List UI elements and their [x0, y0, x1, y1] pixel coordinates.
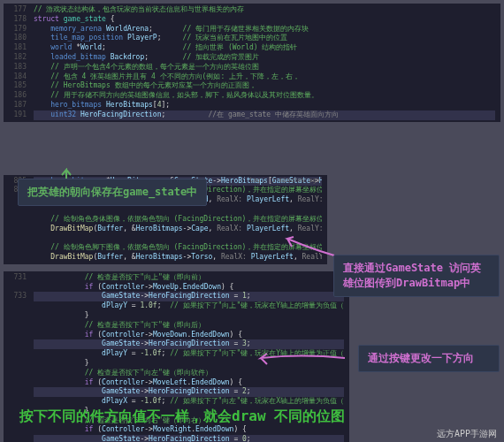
bottom-caption: 按下不同的件方向值不一样，就会draw 不同的位图	[19, 408, 345, 426]
line-number	[9, 283, 34, 293]
code-content[interactable]: GameState->HeroFacingDirection = 1;	[34, 292, 344, 301]
code-line[interactable]: 179 memory_arena WorldArena; // 每门用于存储世界…	[9, 25, 495, 34]
line-number	[9, 215, 34, 225]
code-line[interactable]: GameState->HeroFacingDirection = 0;	[9, 435, 344, 442]
line-number	[9, 205, 34, 215]
line-number: 731	[9, 273, 34, 283]
code-content[interactable]: // 包含 4 张英雄图片并且有 4 个不同的方向(例如: 上升，下降，左，右，	[34, 72, 495, 82]
code-content[interactable]: // 检查是否按下"向下"键（即向后）	[34, 321, 344, 331]
code-content[interactable]: loaded_bitmap Backdrop; // 加载完成的背景图片	[34, 53, 495, 63]
code-content[interactable]: }	[34, 311, 344, 321]
code-line[interactable]: 185 // HeroBitmaps 数组中的每个元素对应某一个方向的正面图，	[9, 81, 495, 91]
code-content[interactable]: if (Controller->MoveUp.EndedDown) {	[34, 283, 344, 293]
code-line[interactable]: 183 // 声明一个包含4个元素的数组，每个元素是一个方向的英雄位图	[9, 63, 495, 72]
code-line[interactable]: 178struct game_state {	[9, 15, 495, 25]
code-content[interactable]: DrawBitMap(Buffer, &HeroBitmaps->Cape, R…	[34, 225, 322, 234]
code-line[interactable]: 191 uint32 HeroFacingDirection; //在 game…	[9, 110, 495, 120]
code-line[interactable]: dPlayY = 1.0f; // 如果按下了"向上"键，玩家在Y轴上的增量为负…	[9, 301, 344, 311]
code-line[interactable]: }	[9, 311, 344, 321]
code-line[interactable]	[9, 205, 322, 215]
code-content[interactable]: // 检查是否按下"向上"键（即向前）	[34, 273, 344, 283]
code-content[interactable]: world *World; // 指向世界 (World) 结构的指针	[34, 43, 495, 53]
code-line[interactable]: 181 world *World; // 指向世界 (World) 结构的指针	[9, 43, 495, 53]
code-block-struct[interactable]: 177// 游戏状态结构体，包含玩家的当前状态信息和与世界相关的内存178str…	[4, 4, 500, 122]
code-line[interactable]: 733 GameState->HeroFacingDirection = 1;	[9, 292, 344, 301]
code-content[interactable]: if (Controller->MoveLeft.EndedDown) {	[34, 378, 344, 388]
code-content[interactable]: if (Controller->MoveRight.EndedDown) {	[34, 425, 344, 435]
annotation-2: 直接通过GameState 访问英雄位图传到DrawBitmap中	[333, 255, 500, 297]
line-number	[9, 425, 34, 435]
code-line[interactable]: DrawBitMap(Buffer, &HeroBitmaps->Cape, R…	[9, 225, 322, 234]
code-line[interactable]: 177// 游戏状态结构体，包含玩家的当前状态信息和与世界相关的内存	[9, 5, 495, 15]
line-number	[9, 225, 34, 234]
line-number: 187	[9, 101, 34, 110]
line-number	[9, 369, 34, 378]
code-line[interactable]: 187 hero_bitmaps HeroBitmaps[4];	[9, 101, 495, 110]
code-line[interactable]: 184 // 包含 4 张英雄图片并且有 4 个不同的方向(例如: 上升，下降，…	[9, 72, 495, 82]
code-content[interactable]: uint32 HeroFacingDirection; //在 game_sta…	[34, 110, 495, 120]
code-content[interactable]: dPlayY = 1.0f; // 如果按下了"向上"键，玩家在Y轴上的增量为负…	[34, 301, 344, 311]
code-line[interactable]	[9, 233, 322, 243]
line-number: 191	[9, 110, 34, 120]
line-number	[9, 339, 34, 349]
code-content[interactable]: // 声明一个包含4个元素的数组，每个元素是一个方向的英雄位图	[34, 63, 495, 72]
code-content[interactable]: // 绘制角色脚下图像，依据角色朝向 (FacingDirection)，并在指…	[34, 243, 322, 253]
code-content[interactable]	[34, 205, 322, 215]
line-number	[9, 397, 34, 407]
line-number: 183	[9, 63, 34, 72]
line-number: 178	[9, 15, 34, 25]
line-number: 182	[9, 53, 34, 63]
code-content[interactable]: DrawBitMap(Buffer, &HeroBitmaps->Torso, …	[34, 253, 322, 263]
code-content[interactable]: if (Controller->MoveDown.EndedDown) {	[34, 331, 344, 340]
line-number	[9, 435, 34, 442]
code-content[interactable]: dPlayX = -1.0f; // 如果按下了"向左"键，玩家在X轴上的增量为…	[34, 397, 344, 407]
code-content[interactable]: GameState->HeroFacingDirection = 2;	[34, 387, 344, 397]
line-number	[9, 387, 34, 397]
line-number: 177	[9, 5, 34, 15]
code-content[interactable]	[34, 233, 322, 243]
code-line[interactable]: // 绘制角色身体图像，依据角色朝向 (FacingDirection)，并在指…	[9, 215, 322, 225]
code-content[interactable]: tile_map_position PlayerP; // 玩家当前在瓦片地图中…	[34, 34, 495, 43]
line-number	[9, 233, 34, 243]
code-line[interactable]: 186 // 用于存储不同方向的英雄图像信息，如头部，脚下，贴风身体以及其对位图…	[9, 91, 495, 101]
line-number: 184	[9, 72, 34, 82]
time-label: log., 1 minutes ago	[249, 177, 320, 185]
code-content[interactable]: GameState->HeroFacingDirection = 0;	[34, 435, 344, 442]
code-line[interactable]: 731 // 检查是否按下"向上"键（即向前）	[9, 273, 344, 283]
line-number	[9, 378, 34, 388]
code-content[interactable]: hero_bitmaps HeroBitmaps[4];	[34, 101, 495, 110]
watermark: 远方APP手游网	[437, 428, 497, 440]
line-number	[9, 331, 34, 340]
code-line[interactable]: if (Controller->MoveDown.EndedDown) {	[9, 331, 344, 340]
code-content[interactable]: memory_arena WorldArena; // 每门用于存储世界相关数据…	[34, 25, 495, 34]
line-number	[9, 301, 34, 311]
arrow-icon	[256, 345, 345, 371]
line-number: 180	[9, 34, 34, 43]
line-number	[9, 311, 34, 321]
line-number	[9, 243, 34, 253]
code-content[interactable]: // HeroBitmaps 数组中的每个元素对应某一个方向的正面图，	[34, 81, 495, 91]
line-number	[9, 321, 34, 331]
code-content[interactable]: struct game_state {	[34, 15, 495, 25]
code-line[interactable]: // 绘制角色脚下图像，依据角色朝向 (FacingDirection)，并在指…	[9, 243, 322, 253]
line-number: 185	[9, 81, 34, 91]
code-line[interactable]: if (Controller->MoveUp.EndedDown) {	[9, 283, 344, 293]
code-line[interactable]: if (Controller->MoveRight.EndedDown) {	[9, 425, 344, 435]
line-number	[9, 359, 34, 369]
line-number: 179	[9, 25, 34, 34]
code-content[interactable]: // 用于存储不同方向的英雄图像信息，如头部，脚下，贴风身体以及其对位图数量。	[34, 91, 495, 101]
code-line[interactable]: 180 tile_map_position PlayerP; // 玩家当前在瓦…	[9, 34, 495, 43]
line-number: 181	[9, 43, 34, 53]
annotation-3: 通过按键更改一下方向	[358, 345, 500, 372]
line-number: 186	[9, 91, 34, 101]
code-content[interactable]: // 绘制角色身体图像，依据角色朝向 (FacingDirection)，并在指…	[34, 215, 322, 225]
code-content[interactable]: // 游戏状态结构体，包含玩家的当前状态信息和与世界相关的内存	[34, 5, 495, 15]
code-line[interactable]: if (Controller->MoveLeft.EndedDown) {	[9, 378, 344, 388]
line-number	[9, 253, 34, 263]
line-number: 733	[9, 292, 34, 301]
code-line[interactable]: dPlayX = -1.0f; // 如果按下了"向左"键，玩家在X轴上的增量为…	[9, 397, 344, 407]
code-line[interactable]: DrawBitMap(Buffer, &HeroBitmaps->Torso, …	[9, 253, 322, 263]
code-line[interactable]: GameState->HeroFacingDirection = 2;	[9, 387, 344, 397]
code-line[interactable]: // 检查是否按下"向下"键（即向后）	[9, 321, 344, 331]
code-line[interactable]: 182 loaded_bitmap Backdrop; // 加载完成的背景图片	[9, 53, 495, 63]
